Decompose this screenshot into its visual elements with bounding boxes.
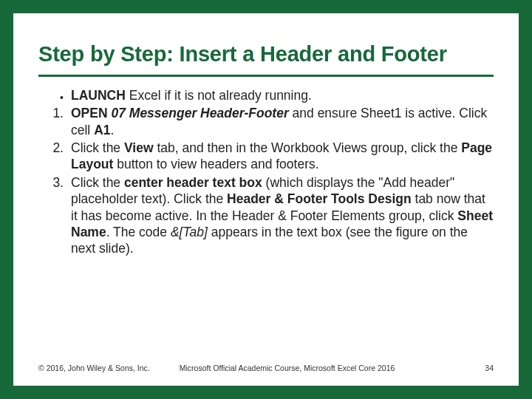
step-1-text: OPEN 07 Messenger Header-Footer and ensu…: [71, 105, 494, 138]
footer-copyright: © 2016, John Wiley & Sons, Inc.: [38, 364, 150, 372]
step-1: 1. OPEN 07 Messenger Header-Footer and e…: [38, 105, 494, 138]
step-1-marker: 1.: [38, 105, 71, 138]
slide-body: Step by Step: Insert a Header and Footer…: [13, 13, 519, 386]
step-3: 3. Click the center header text box (whi…: [38, 174, 494, 257]
footer-course: Microsoft Official Academic Course, Micr…: [150, 364, 485, 372]
step-2: 2. Click the View tab, and then in the W…: [38, 140, 494, 173]
bullet-text: LAUNCH Excel if it is not already runnin…: [71, 87, 494, 103]
bullet-item: • LAUNCH Excel if it is not already runn…: [38, 87, 494, 103]
step-3-marker: 3.: [38, 174, 71, 257]
title-rule: [38, 75, 494, 77]
bullet-marker: •: [38, 87, 71, 103]
page-title: Step by Step: Insert a Header and Footer: [38, 41, 494, 67]
step-2-marker: 2.: [38, 140, 71, 173]
step-3-text: Click the center header text box (which …: [71, 174, 494, 257]
content-area: • LAUNCH Excel if it is not already runn…: [38, 87, 494, 257]
slide-footer: © 2016, John Wiley & Sons, Inc. Microsof…: [38, 364, 494, 372]
step-2-text: Click the View tab, and then in the Work…: [71, 140, 494, 173]
footer-page: 34: [485, 364, 494, 372]
